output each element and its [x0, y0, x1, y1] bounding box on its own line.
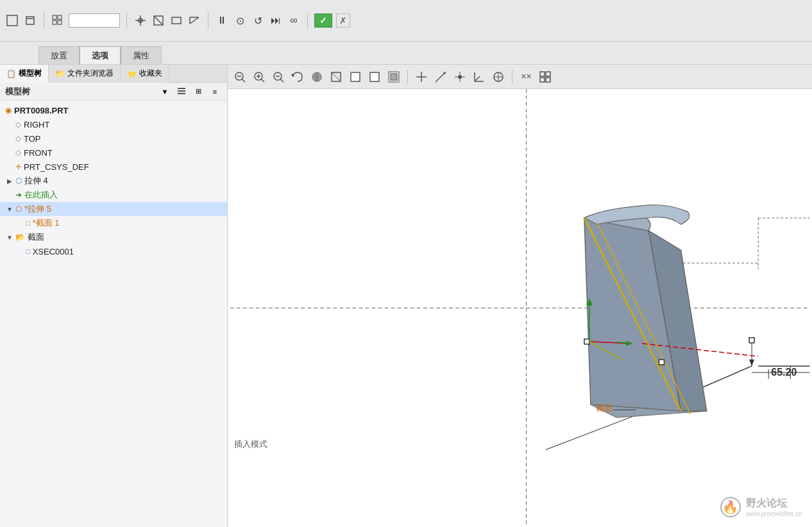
svg-line-44: [475, 76, 480, 81]
expand-arrow-extrude5[interactable]: ▼: [5, 205, 14, 213]
tree-item-right[interactable]: ◇ RIGHT: [0, 117, 227, 131]
expand-arrow-xsec[interactable]: ▼: [5, 233, 14, 242]
watermark: 🔥 野火论坛 www.proewildfire.cn: [720, 497, 802, 517]
folder-icon: 📁: [55, 69, 65, 78]
insert-mode-text: 插入模式: [234, 439, 267, 450]
svg-rect-50: [540, 78, 545, 82]
tree-item-front-label: FRONT: [24, 148, 53, 158]
svg-rect-51: [546, 78, 550, 82]
separator-3: [208, 12, 208, 29]
corner-icon[interactable]: [187, 13, 201, 28]
tree-item-extrude5[interactable]: ▼ ⬡ *拉伸 5: [0, 202, 227, 216]
plane-icon-front: ◇: [15, 148, 21, 157]
angle-icon[interactable]: [151, 13, 165, 28]
csys-icon: ✛: [15, 163, 21, 171]
svg-text:截面: 截面: [596, 403, 613, 413]
view-tools-icon[interactable]: [537, 69, 554, 85]
svg-rect-3: [53, 21, 56, 24]
svg-rect-30: [370, 72, 379, 81]
point-icon[interactable]: [452, 69, 468, 85]
stop-btn[interactable]: ⊙: [233, 13, 247, 28]
tree-tab-files[interactable]: 📁 文件夹浏览器: [49, 65, 121, 83]
tree-tab-favorites[interactable]: ⭐ 收藏夹: [121, 65, 169, 83]
tab-placement[interactable]: 放置: [38, 46, 80, 64]
tree-tabs: 📋 模型树 📁 文件夹浏览器 ⭐ 收藏夹: [0, 65, 227, 83]
snap-icon[interactable]: [133, 13, 148, 28]
tree-content: ◉ PRT0098.PRT ◇ RIGHT ◇ TOP ◇ FRONT: [0, 101, 227, 527]
tree-item-extrude4[interactable]: ▶ ⬡ 拉伸 4: [0, 174, 227, 188]
tree-item-root[interactable]: ◉ PRT0098.PRT: [0, 103, 227, 117]
axis-icon[interactable]: [432, 69, 449, 85]
more-icons[interactable]: ✕✕: [518, 69, 534, 85]
watermark-url: www.proewildfire.cn: [746, 510, 802, 517]
loop-btn[interactable]: ∞: [287, 13, 301, 28]
tree-title: 模型树: [5, 86, 30, 97]
tree-item-section1[interactable]: □ *截面 1: [0, 216, 227, 230]
tree-expand-icon[interactable]: ⊞: [191, 85, 205, 99]
tab-row: 放置 选项 属性: [0, 42, 812, 65]
tab-properties[interactable]: 属性: [121, 46, 162, 64]
separator-2: [126, 12, 127, 29]
forward-btn[interactable]: ⏭: [269, 13, 283, 28]
svg-line-9: [154, 16, 163, 25]
replay-btn[interactable]: ↺: [251, 13, 265, 28]
svg-rect-49: [546, 72, 550, 76]
svg-rect-32: [391, 74, 397, 80]
tree-item-top[interactable]: ◇ TOP: [0, 131, 227, 146]
watermark-name: 野火论坛: [746, 497, 802, 510]
hidden-line-icon[interactable]: [347, 69, 364, 85]
zoom-out-icon[interactable]: [270, 69, 287, 85]
grid-icon[interactable]: [51, 13, 65, 28]
svg-rect-12: [178, 90, 185, 92]
svg-marker-80: [749, 360, 754, 366]
tree-item-csys-label: PRT_CSYS_DEF: [24, 162, 89, 172]
pause-btn[interactable]: ⏸: [215, 13, 229, 28]
tree-item-xsec0001[interactable]: □ XSEC0001: [0, 244, 227, 258]
coord-icon[interactable]: [471, 69, 487, 85]
left-panel: 📋 模型树 📁 文件夹浏览器 ⭐ 收藏夹 模型树 ▼: [0, 65, 228, 527]
rect-icon[interactable]: [169, 13, 183, 28]
tree-tab-model[interactable]: 📋 模型树: [0, 65, 49, 83]
no-hidden-icon[interactable]: [366, 69, 383, 85]
svg-line-27: [332, 72, 341, 81]
expand-arrow-extrude4[interactable]: ▶: [5, 176, 14, 185]
svg-text:65.20: 65.20: [771, 366, 797, 378]
svg-line-19: [261, 79, 264, 82]
shading-icon[interactable]: [309, 69, 325, 85]
cancel-button[interactable]: ✗: [336, 13, 350, 28]
star-icon: ⭐: [127, 69, 137, 78]
insert-icon: ➜: [15, 190, 22, 199]
zoom-fit-icon[interactable]: [232, 69, 248, 85]
svg-rect-48: [540, 72, 545, 76]
window-icon-1[interactable]: [5, 13, 19, 28]
tree-item-insert[interactable]: ➜ 在此插入: [0, 188, 227, 202]
wireframe-icon[interactable]: [328, 69, 344, 85]
tree-filter-icon[interactable]: ▼: [158, 85, 172, 99]
tree-item-csys[interactable]: ✛ PRT_CSYS_DEF: [0, 160, 227, 174]
window-icon-2[interactable]: [23, 13, 37, 28]
spin-center-icon[interactable]: [490, 69, 507, 85]
model-canvas: 截面 65.20: [228, 89, 812, 527]
zoom-in-icon[interactable]: [251, 69, 267, 85]
repaint-icon[interactable]: [289, 69, 306, 85]
confirm-button[interactable]: ✓: [314, 13, 332, 28]
tree-more-icon[interactable]: ≡: [208, 85, 222, 99]
svg-rect-10: [172, 17, 181, 24]
dimension-input[interactable]: 65.20: [69, 13, 120, 28]
tree-settings-icon[interactable]: [174, 85, 189, 99]
tree-item-front[interactable]: ◇ FRONT: [0, 146, 227, 160]
section1-icon: □: [26, 219, 30, 227]
tab-options[interactable]: 选项: [80, 46, 121, 64]
xsec0001-icon: □: [26, 247, 30, 255]
plane-icon-right: ◇: [15, 120, 21, 129]
svg-rect-13: [178, 93, 185, 94]
svg-rect-79: [659, 360, 664, 365]
viewport: ✕✕: [228, 65, 812, 527]
model-display-icon[interactable]: [385, 69, 402, 85]
tree-header: 模型树 ▼ ⊞ ≡: [0, 83, 227, 101]
svg-line-16: [242, 79, 245, 82]
tree-item-top-label: TOP: [24, 134, 41, 144]
extrude4-icon: ⬡: [15, 176, 22, 185]
tree-item-xsec-folder[interactable]: ▼ 📂 截面: [0, 230, 227, 244]
datum-icon[interactable]: [413, 69, 430, 85]
